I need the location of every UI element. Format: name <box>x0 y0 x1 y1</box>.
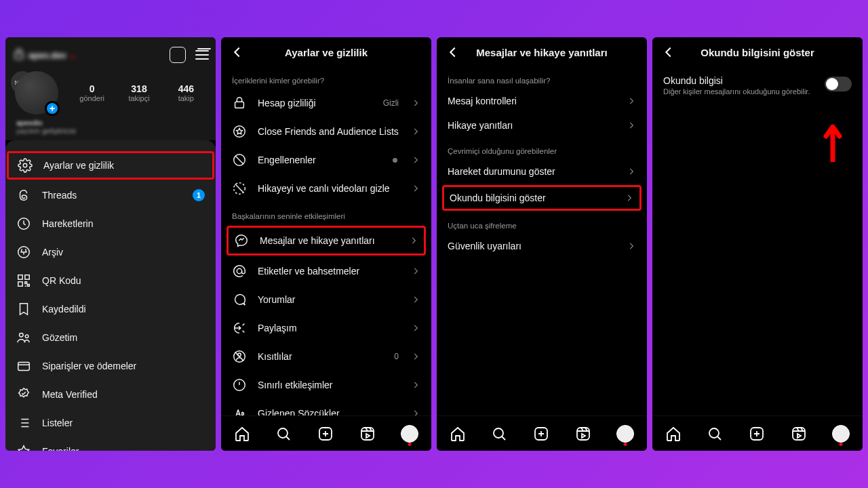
drawer-item-activity[interactable]: Hareketlerin <box>5 209 216 238</box>
drawer-item-label: QR Kodu <box>42 275 205 286</box>
tab-home[interactable] <box>450 426 466 442</box>
tab-profile[interactable] <box>832 425 850 443</box>
drawer-item-supervise[interactable]: Gözetim <box>5 323 216 352</box>
card-icon <box>16 359 31 373</box>
header: Mesajlar ve hikaye yanıtları <box>437 37 647 67</box>
settings-row-label: Engellenenler <box>258 155 382 165</box>
chevron-right-icon <box>627 167 636 176</box>
lock-icon <box>232 96 247 110</box>
chevron-right-icon <box>625 193 634 203</box>
page-title: Okundu bilgisini göster <box>701 47 814 58</box>
svg-point-8 <box>25 335 28 338</box>
stat-followers[interactable]: 318takipçi <box>120 83 157 102</box>
drawer-item-verified[interactable]: Meta Verified <box>5 380 216 409</box>
drawer-item-card[interactable]: Siparişler ve ödemeler <box>5 352 216 380</box>
settings-row[interactable]: Mesajlar ve hikaye yanıtları <box>226 226 426 256</box>
header: Ayarlar ve gizlilik <box>221 37 431 67</box>
settings-row[interactable]: Kısıtlılar0 <box>221 342 431 371</box>
svg-rect-4 <box>18 275 22 279</box>
tab-search[interactable] <box>707 426 723 442</box>
stat-posts[interactable]: 0gönderi <box>73 83 111 102</box>
screen-profile: apex.dev ⌄ Not… + 0gönderi 318takipçi 44… <box>5 37 216 451</box>
drawer-item-star[interactable]: Favoriler <box>5 437 216 451</box>
chevron-right-icon <box>411 323 420 333</box>
chevron-right-icon <box>411 352 420 361</box>
tab-create[interactable] <box>533 426 549 442</box>
settings-row[interactable]: Yorumlar <box>221 285 431 314</box>
tab-reels[interactable] <box>791 426 807 442</box>
tab-search[interactable] <box>275 426 292 442</box>
tab-reels[interactable] <box>359 426 376 442</box>
tab-create[interactable] <box>317 426 334 442</box>
tab-profile[interactable] <box>401 425 418 443</box>
supervise-icon <box>16 330 31 345</box>
drawer-item-qr[interactable]: QR Kodu <box>5 266 216 295</box>
settings-row-label: Hikayeyi ve canlı videoları gizle <box>258 183 400 194</box>
svg-point-25 <box>709 428 719 438</box>
settings-row-label: Gizlenen Sözcükler <box>258 408 400 415</box>
create-button[interactable] <box>170 47 186 63</box>
share-icon <box>232 321 247 336</box>
chevron-right-icon <box>627 241 636 251</box>
settings-row-label: Paylaşım <box>258 323 400 333</box>
tab-profile[interactable] <box>616 425 634 443</box>
settings-row[interactable]: Hikaye yanıtları <box>437 113 647 138</box>
svg-rect-24 <box>577 428 589 440</box>
stat-following[interactable]: 446takip <box>167 83 205 102</box>
page-title: Mesajlar ve hikaye yanıtları <box>476 47 607 58</box>
block-icon <box>232 152 247 167</box>
gear-icon <box>18 158 33 173</box>
settings-row[interactable]: Paylaşım <box>221 314 431 342</box>
profile-avatar[interactable]: + <box>15 71 64 115</box>
settings-row-label: Okundu bilgisini göster <box>450 192 614 203</box>
settings-row[interactable]: Sınırlı etkileşimler <box>221 371 431 399</box>
tab-home[interactable] <box>234 426 250 442</box>
drawer-item-bookmark[interactable]: Kaydedildi <box>5 295 216 323</box>
tab-search[interactable] <box>491 426 507 442</box>
chevron-right-icon <box>409 236 418 245</box>
back-button[interactable] <box>441 37 465 67</box>
settings-row[interactable]: Engellenenler <box>221 146 431 174</box>
settings-row[interactable]: Mesaj kontrolleri <box>437 89 647 113</box>
section-title-online: Çevrimiçi olduğunu görebilenler <box>437 138 647 159</box>
annotation-arrow-icon <box>823 123 842 162</box>
back-button[interactable] <box>656 37 681 67</box>
drawer-item-archive[interactable]: Arşiv <box>5 238 216 266</box>
drawer-item-gear[interactable]: Ayarlar ve gizlilik <box>7 151 214 180</box>
settings-row[interactable]: Etiketler ve bahsetmeler <box>221 257 431 285</box>
svg-point-22 <box>494 428 503 438</box>
drawer-item-label: Favoriler <box>42 446 205 451</box>
settings-row[interactable]: Hikayeyi ve canlı videoları gizle <box>221 174 431 203</box>
notification-dot-icon <box>197 48 211 49</box>
menu-button[interactable] <box>195 50 209 60</box>
back-button[interactable] <box>225 37 250 67</box>
drawer-item-list[interactable]: Listeler <box>5 409 216 437</box>
settings-row[interactable]: Hareket durumunu göster <box>437 159 647 184</box>
svg-rect-10 <box>235 102 244 108</box>
section-title-interactions: Başkalarının seninle etkileşimleri <box>221 203 431 224</box>
settings-row[interactable]: Okundu bilgisini göster <box>442 185 642 211</box>
screen-settings: Ayarlar ve gizlilik İçeriklerini kimler … <box>221 37 431 451</box>
settings-row[interactable]: Hesap gizliliğiGizli <box>221 89 431 117</box>
mention-icon <box>232 264 247 279</box>
add-story-icon[interactable]: + <box>45 101 60 116</box>
settings-row-label: Kısıtlılar <box>258 351 383 362</box>
tab-create[interactable] <box>749 426 765 442</box>
threads-icon <box>16 188 31 203</box>
settings-row[interactable]: Gizlenen Sözcükler <box>221 399 431 415</box>
settings-row[interactable]: Close Friends and Audience Lists <box>221 117 431 146</box>
username-dropdown[interactable]: apex.dev ⌄ <box>12 47 77 63</box>
settings-row-label: Etiketler ve bahsetmeler <box>258 266 400 277</box>
settings-row-label: Mesaj kontrolleri <box>448 96 616 106</box>
screen-messages-settings: Mesajlar ve hikaye yanıtları İnsanlar sa… <box>437 37 647 451</box>
settings-row-label: Sınırlı etkileşimler <box>258 380 400 390</box>
svg-rect-21 <box>361 428 374 440</box>
read-receipt-toggle[interactable] <box>825 77 852 92</box>
tab-home[interactable] <box>665 426 682 442</box>
settings-row[interactable]: Güvenlik uyarıları <box>437 234 647 258</box>
tab-reels[interactable] <box>575 426 591 442</box>
limit-icon <box>232 378 247 392</box>
drawer-item-threads[interactable]: Threads1 <box>5 181 216 209</box>
settings-row-label: Hareket durumunu göster <box>448 166 616 177</box>
drawer-item-label: Threads <box>42 190 182 201</box>
